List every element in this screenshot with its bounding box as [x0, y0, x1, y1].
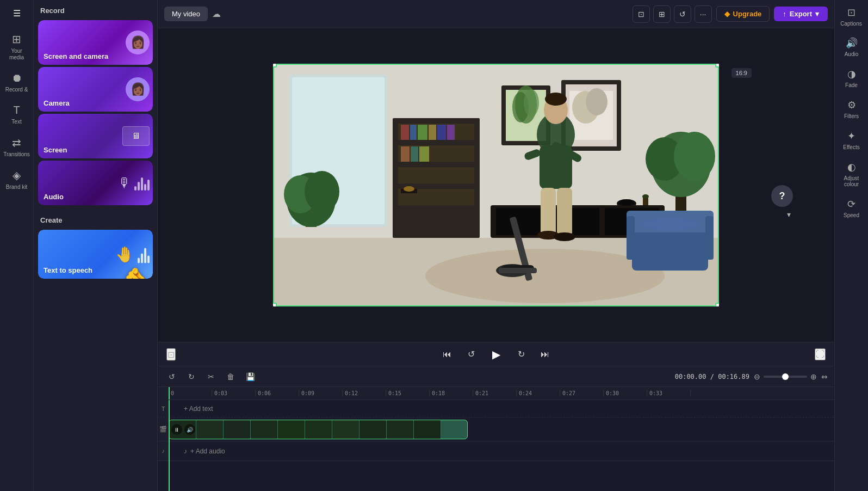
- sidebar-item-transitions[interactable]: ⇄ Transitions: [2, 132, 32, 162]
- speed-panel-label: Speed: [844, 212, 859, 218]
- clip-thumbnails: [169, 420, 467, 439]
- ruler-mark-5: 0:15: [386, 390, 430, 396]
- svg-point-32: [618, 199, 635, 206]
- my-video-tab[interactable]: My video: [164, 7, 208, 21]
- screen-and-camera-card[interactable]: Screen and camera 👩🏾 🫵 1: [38, 20, 153, 65]
- text-to-speech-card[interactable]: Text to speech 🤚 🫵 2: [38, 230, 153, 279]
- clip-thumb-10: [414, 420, 441, 439]
- rewind-button[interactable]: ↺: [462, 346, 480, 363]
- clip-thumb-9: [387, 420, 414, 439]
- svg-rect-12: [398, 167, 474, 183]
- audio-track-icon: ♪: [158, 441, 169, 461]
- captions-button[interactable]: ⊡ Captions: [836, 4, 866, 31]
- text-icon: T: [13, 104, 20, 116]
- zoom-in-icon[interactable]: ⊕: [810, 372, 817, 381]
- effects-panel-button[interactable]: ✦ Effects: [836, 126, 867, 155]
- timeline-ruler[interactable]: 0 0:03 0:06 0:09 0:12 0:15 0:18 0:21 0:2…: [169, 387, 834, 400]
- effects-panel-icon: ✦: [847, 130, 855, 142]
- audio-card[interactable]: Audio 🎙: [38, 161, 153, 205]
- icon-sidebar: ☰ ⊞ Your media ⏺ Record & T Text ⇄ Trans…: [0, 0, 34, 491]
- fade-panel-button[interactable]: ◑ Fade: [836, 64, 867, 93]
- more-options-button[interactable]: ···: [695, 5, 712, 23]
- sidebar-item-record[interactable]: ⏺ Record &: [2, 67, 32, 97]
- svg-point-8: [305, 171, 339, 212]
- audio-panel-button[interactable]: 🔊 Audio: [836, 33, 867, 62]
- hamburger-icon: ☰: [13, 8, 21, 19]
- record-label: Record &: [5, 87, 28, 93]
- tl-redo-button[interactable]: ↻: [184, 369, 199, 384]
- tl-fit-button[interactable]: ⇔: [821, 372, 828, 381]
- skip-forward-button[interactable]: ⏭: [536, 346, 554, 363]
- ruler-mark-0: 0: [169, 390, 212, 396]
- screen-label: Screen: [44, 146, 67, 154]
- tl-undo-button[interactable]: ↺: [164, 369, 179, 384]
- fast-forward-button[interactable]: ↻: [512, 346, 530, 363]
- add-audio-button[interactable]: ♪ + Add audio: [169, 441, 225, 461]
- ruler-mark-11: 0:33: [647, 390, 691, 396]
- camera-card[interactable]: Camera 👩🏾: [38, 67, 153, 112]
- ruler-mark-3: 0:09: [299, 390, 343, 396]
- crop-tool-button[interactable]: ⊡: [633, 5, 650, 23]
- timeline-tracks: T + Add text 🎬: [158, 400, 834, 491]
- sidebar-item-brand-kit[interactable]: ◈ Brand kit: [2, 164, 32, 195]
- add-text-button[interactable]: + Add text: [169, 400, 213, 417]
- clip-pause-button[interactable]: ⏸: [171, 424, 182, 435]
- add-text-label: + Add text: [184, 405, 213, 413]
- your-media-label: Your media: [4, 48, 30, 61]
- fit-tool-button[interactable]: ⊞: [653, 5, 671, 23]
- video-frame: [273, 64, 719, 306]
- clip-mute-button[interactable]: 🔊: [184, 424, 195, 435]
- filters-panel-label: Filters: [844, 113, 859, 119]
- export-chevron-icon: ▾: [815, 10, 819, 18]
- audio-panel-label: Audio: [845, 51, 859, 57]
- upgrade-button[interactable]: ◆ Upgrade: [716, 6, 770, 22]
- svg-rect-14: [401, 125, 409, 140]
- upgrade-label: Upgrade: [733, 10, 762, 18]
- tl-save-button[interactable]: 💾: [243, 369, 258, 384]
- export-arrow-icon: ↑: [783, 10, 786, 18]
- sidebar-item-text[interactable]: T Text: [2, 100, 32, 130]
- video-clip[interactable]: ⏸ 🔊: [169, 420, 468, 439]
- filters-panel-button[interactable]: ⚙ Filters: [836, 95, 867, 124]
- record-icon: ⏺: [11, 72, 22, 84]
- svg-rect-17: [429, 125, 436, 140]
- expand-button[interactable]: ⛶: [815, 348, 826, 360]
- screen-and-camera-label: Screen and camera: [44, 52, 108, 60]
- hamburger-menu-button[interactable]: ☰: [6, 4, 28, 22]
- sidebar-item-your-media[interactable]: ⊞ Your media: [2, 28, 32, 65]
- timeline-ruler-row: 0 0:03 0:06 0:09 0:12 0:15 0:18 0:21 0:2…: [158, 387, 834, 400]
- video-track-content[interactable]: ⏸ 🔊: [169, 418, 834, 441]
- video-track: 🎬: [158, 418, 834, 441]
- captions-label: Captions: [840, 21, 861, 27]
- svg-rect-50: [627, 216, 635, 260]
- text-label: Text: [11, 119, 21, 125]
- undo-redo-button[interactable]: ↺: [674, 5, 691, 23]
- adjust-colour-panel-button[interactable]: ◐ Adjust colour: [836, 157, 867, 192]
- export-button[interactable]: ↑ Export ▾: [774, 7, 828, 21]
- play-button[interactable]: ▶: [486, 345, 506, 364]
- text-track: T + Add text: [158, 400, 834, 418]
- tts-label: Text to speech: [44, 266, 92, 274]
- chevron-down-icon[interactable]: ▾: [787, 210, 791, 219]
- speed-panel-button[interactable]: ⟳ Speed: [836, 194, 867, 223]
- record-section: Record Screen and camera 👩🏾 🫵 1 Camera 👩…: [34, 0, 157, 207]
- audio-track: ♪ ♪ + Add audio: [158, 441, 834, 461]
- screen-card[interactable]: Screen 🖥: [38, 114, 153, 158]
- tl-cut-button[interactable]: ✂: [203, 369, 219, 384]
- fade-panel-icon: ◑: [847, 68, 856, 80]
- subtitles-button[interactable]: ⊡: [166, 348, 176, 360]
- zoom-out-icon[interactable]: ⊖: [754, 372, 760, 381]
- svg-rect-20: [401, 146, 410, 162]
- tl-delete-button[interactable]: 🗑: [223, 369, 238, 384]
- video-controls: ⊡ ⏮ ↺ ▶ ↻ ⏭ ⛶: [158, 342, 834, 366]
- ruler-mark-10: 0:30: [604, 390, 647, 396]
- cloud-save-icon[interactable]: ☁: [212, 9, 221, 19]
- audio-bars: 🎙: [118, 175, 150, 191]
- clip-thumb-8: [359, 420, 387, 439]
- tl-zoom-slider[interactable]: [764, 376, 807, 378]
- svg-rect-22: [419, 146, 429, 162]
- aspect-ratio-badge: 16:9: [731, 68, 752, 78]
- tl-zoom-thumb: [782, 373, 789, 380]
- help-button[interactable]: ?: [771, 185, 793, 207]
- skip-back-button[interactable]: ⏮: [438, 346, 456, 363]
